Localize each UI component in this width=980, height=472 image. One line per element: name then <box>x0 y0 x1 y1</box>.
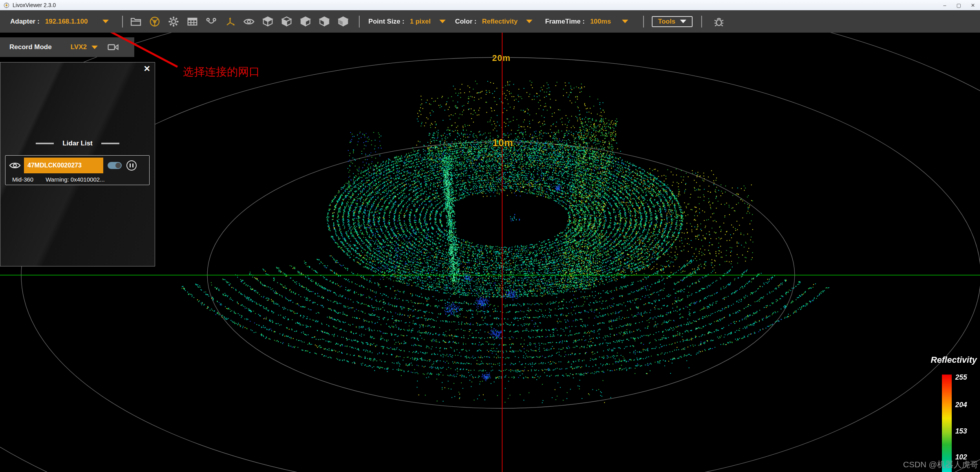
minimize-button[interactable]: – <box>938 0 952 10</box>
frametime-label: FrameTime : <box>545 18 585 26</box>
tools-dropdown-arrow <box>680 20 686 23</box>
record-camera-icon[interactable] <box>106 40 120 54</box>
data-table-icon[interactable] <box>186 15 199 28</box>
device-row-main: 47MDLCK0020273 <box>5 156 149 174</box>
frametime-value[interactable]: 100ms <box>590 18 611 26</box>
lasso-link-icon[interactable] <box>205 15 218 28</box>
close-window-button[interactable]: ✕ <box>966 0 980 10</box>
adapter-dropdown-arrow[interactable] <box>102 20 109 23</box>
lidar-list-panel: ✕ Lidar List 47MDLCK0020273 Mid-360 Warn… <box>0 62 155 266</box>
toggle-knob <box>115 163 121 168</box>
app-window: 20m 10m Reflectivity 255 204 153 102 CSD… <box>0 0 980 472</box>
radar-scan-icon[interactable] <box>148 15 161 28</box>
color-dropdown-arrow[interactable] <box>526 20 532 23</box>
point-size-dropdown-arrow[interactable] <box>439 20 446 23</box>
view-cube-front-icon[interactable] <box>280 15 293 28</box>
device-row-status: Mid-360 Warning: 0x4010002... <box>5 176 149 183</box>
record-mode-value[interactable]: LVX2 <box>71 43 87 51</box>
panel-title-row: Lidar List <box>0 140 155 147</box>
legend-tick-255: 255 <box>955 373 967 382</box>
maximize-button[interactable]: ▢ <box>952 0 966 10</box>
panel-title: Lidar List <box>62 140 93 147</box>
window-controls: – ▢ ✕ <box>938 0 980 10</box>
record-mode-label: Record Mode <box>9 43 52 51</box>
device-model: Mid-360 <box>12 176 33 183</box>
debug-bug-icon[interactable] <box>712 15 726 28</box>
title-decoration-left <box>36 143 54 144</box>
record-mode-bar: Record Mode LVX2 <box>0 37 134 57</box>
record-mode-dropdown-arrow[interactable] <box>91 46 98 49</box>
adapter-label: Adapter : <box>10 18 40 26</box>
device-pause-button[interactable] <box>126 160 137 171</box>
color-label: Color : <box>455 18 477 26</box>
device-warning-status[interactable]: Warning: 0x4010002... <box>46 176 104 183</box>
view-cube-right-icon[interactable] <box>336 15 350 28</box>
app-icon <box>4 2 9 8</box>
reflectivity-colorbar <box>942 375 952 472</box>
legend-title: Reflectivity <box>931 355 977 365</box>
toolbar-separator <box>359 16 360 28</box>
color-value[interactable]: Reflectivity <box>482 18 518 26</box>
view-cube-isometric-icon[interactable] <box>261 15 274 28</box>
point-size-label: Point Size : <box>368 18 404 26</box>
device-visibility-eye-icon[interactable] <box>9 161 21 170</box>
view-cube-left-icon[interactable] <box>318 15 331 28</box>
eye-view-icon[interactable] <box>242 15 256 28</box>
range-label-20m: 20m <box>492 53 510 63</box>
lidar-device-card[interactable]: 47MDLCK0020273 Mid-360 Warning: 0x401000… <box>5 155 150 185</box>
titlebar: LivoxViewer 2.3.0 – ▢ ✕ <box>0 0 980 11</box>
tools-label: Tools <box>658 18 675 26</box>
toolbar-separator <box>122 16 123 28</box>
panel-close-icon[interactable]: ✕ <box>143 65 150 73</box>
frametime-dropdown-arrow[interactable] <box>622 20 628 23</box>
window-title: LivoxViewer 2.3.0 <box>13 2 56 8</box>
title-decoration-right <box>101 143 119 144</box>
axes-3d-icon[interactable] <box>223 15 237 28</box>
watermark: CSDN @机器人虎哥 <box>903 459 978 470</box>
tools-button[interactable]: Tools <box>652 16 693 27</box>
toolbar: Adapter : 192.168.1.100 <box>0 10 980 33</box>
legend-tick-153: 153 <box>955 427 967 435</box>
settings-gear-icon[interactable] <box>167 15 180 28</box>
folder-open-icon[interactable] <box>129 15 143 28</box>
point-size-value[interactable]: 1 pixel <box>410 18 431 26</box>
range-label-10m: 10m <box>492 137 513 149</box>
view-cube-top-icon[interactable] <box>299 15 312 28</box>
legend-tick-204: 204 <box>955 401 967 409</box>
adapter-value[interactable]: 192.168.1.100 <box>45 18 88 26</box>
annotation-text: 选择连接的网口 <box>183 64 260 79</box>
toolbar-separator <box>701 16 702 28</box>
device-serial-number[interactable]: 47MDLCK0020273 <box>24 158 103 173</box>
device-enable-toggle[interactable] <box>108 162 122 169</box>
toolbar-separator <box>643 16 644 28</box>
